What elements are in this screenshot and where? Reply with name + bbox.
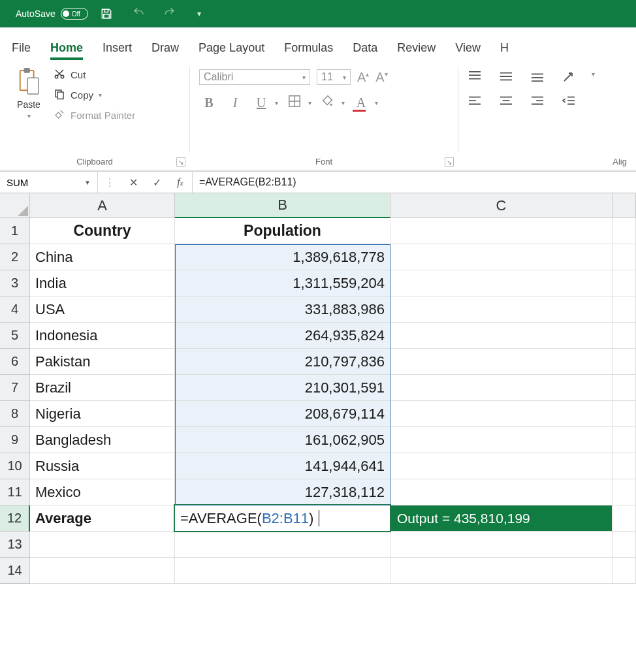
cell-a10[interactable]: Russia bbox=[30, 453, 175, 479]
cell-b7[interactable]: 210,301,591 bbox=[175, 375, 390, 401]
row-header[interactable]: 4 bbox=[0, 296, 30, 323]
fill-color-icon[interactable] bbox=[318, 94, 338, 112]
cell-c7[interactable] bbox=[390, 375, 612, 401]
cell-c8[interactable] bbox=[390, 401, 612, 427]
dialog-launcher-icon[interactable]: ↘ bbox=[445, 157, 454, 167]
row-header[interactable]: 12 bbox=[0, 505, 30, 532]
select-all-corner[interactable] bbox=[0, 193, 30, 218]
italic-button[interactable]: I bbox=[225, 95, 245, 110]
fx-icon[interactable]: fx bbox=[168, 176, 192, 188]
cell-b2[interactable]: 1,389,618,778 bbox=[175, 244, 390, 270]
cell-d9[interactable] bbox=[612, 427, 636, 453]
chevron-down-icon[interactable]: ▾ bbox=[375, 99, 378, 106]
cell-a8[interactable]: Nigeria bbox=[30, 401, 175, 427]
font-color-icon[interactable]: A bbox=[351, 95, 371, 110]
column-header-b[interactable]: B bbox=[175, 193, 390, 218]
align-middle-icon[interactable] bbox=[499, 71, 513, 84]
cell-d4[interactable] bbox=[612, 296, 636, 323]
row-header[interactable]: 14 bbox=[0, 558, 30, 584]
cell-a5[interactable]: Indonesia bbox=[30, 323, 175, 349]
cell-a13[interactable] bbox=[30, 532, 175, 558]
cell-b6[interactable]: 210,797,836 bbox=[175, 349, 390, 375]
chevron-down-icon[interactable]: ▾ bbox=[592, 71, 595, 84]
align-bottom-icon[interactable] bbox=[530, 71, 545, 84]
cell-a11[interactable]: Mexico bbox=[30, 479, 175, 505]
column-header-a[interactable]: A bbox=[30, 193, 175, 218]
dialog-launcher-icon[interactable]: ↘ bbox=[176, 157, 185, 167]
cell-a2[interactable]: China bbox=[30, 244, 175, 270]
redo-icon[interactable] bbox=[160, 6, 178, 22]
row-header[interactable]: 8 bbox=[0, 401, 30, 427]
cell-d1[interactable] bbox=[612, 218, 636, 244]
row-header[interactable]: 11 bbox=[0, 479, 30, 505]
cell-c14[interactable] bbox=[390, 558, 612, 584]
save-icon[interactable] bbox=[100, 7, 118, 20]
cell-a6[interactable]: Pakistan bbox=[30, 349, 175, 375]
chevron-down-icon[interactable]: ▾ bbox=[27, 112, 31, 120]
cell-a14[interactable] bbox=[30, 558, 175, 584]
font-size-combo[interactable]: 11 ▾ bbox=[317, 69, 351, 85]
cell-d11[interactable] bbox=[612, 479, 636, 505]
cell-c3[interactable] bbox=[390, 270, 612, 296]
tab-home[interactable]: Home bbox=[50, 41, 83, 60]
qat-customize-icon[interactable]: ▾ bbox=[190, 9, 208, 18]
cell-d14[interactable] bbox=[612, 558, 636, 584]
tab-draw[interactable]: Draw bbox=[151, 41, 179, 60]
tab-review[interactable]: Review bbox=[397, 41, 436, 60]
cell-a12[interactable]: Average bbox=[30, 505, 175, 532]
tab-help[interactable]: H bbox=[500, 41, 509, 60]
toggle-switch-icon[interactable]: Off bbox=[61, 8, 88, 20]
cell-c2[interactable] bbox=[390, 244, 612, 270]
cell-a9[interactable]: Bangladesh bbox=[30, 427, 175, 453]
align-left-icon[interactable] bbox=[468, 95, 482, 107]
row-header[interactable]: 3 bbox=[0, 270, 30, 296]
cell-c12[interactable]: Output = 435,810,199 bbox=[390, 505, 612, 532]
cell-c6[interactable] bbox=[390, 349, 612, 375]
row-header[interactable]: 1 bbox=[0, 218, 30, 244]
row-header[interactable]: 13 bbox=[0, 532, 30, 558]
cell-b14[interactable] bbox=[175, 558, 390, 584]
cell-c1[interactable] bbox=[390, 218, 612, 244]
cell-c9[interactable] bbox=[390, 427, 612, 453]
cell-d2[interactable] bbox=[612, 244, 636, 270]
cell-d10[interactable] bbox=[612, 453, 636, 479]
column-header-c[interactable]: C bbox=[390, 193, 612, 218]
increase-font-icon[interactable]: A▴ bbox=[357, 70, 369, 85]
autosave-toggle[interactable]: AutoSave Off bbox=[16, 8, 88, 20]
cut-button[interactable]: Cut bbox=[54, 68, 135, 82]
cell-b3[interactable]: 1,311,559,204 bbox=[175, 270, 390, 296]
borders-icon[interactable] bbox=[285, 94, 304, 112]
spreadsheet-grid[interactable]: A B C 1 Country Population 2 China 1,389… bbox=[0, 193, 636, 584]
row-header[interactable]: 7 bbox=[0, 375, 30, 401]
cell-b13[interactable] bbox=[175, 532, 390, 558]
align-center-icon[interactable] bbox=[499, 95, 513, 107]
paste-button[interactable]: Paste ▾ bbox=[9, 67, 48, 120]
tab-file[interactable]: File bbox=[12, 41, 31, 60]
bold-button[interactable]: B bbox=[199, 95, 219, 110]
chevron-down-icon[interactable]: ▾ bbox=[342, 99, 345, 106]
cell-d5[interactable] bbox=[612, 323, 636, 349]
cell-d13[interactable] bbox=[612, 532, 636, 558]
cell-b5[interactable]: 264,935,824 bbox=[175, 323, 390, 349]
orientation-icon[interactable] bbox=[562, 71, 577, 84]
cell-c5[interactable] bbox=[390, 323, 612, 349]
cell-c11[interactable] bbox=[390, 479, 612, 505]
cell-d8[interactable] bbox=[612, 401, 636, 427]
chevron-down-icon[interactable]: ▾ bbox=[308, 99, 311, 106]
cell-a1[interactable]: Country bbox=[30, 218, 175, 244]
undo-icon[interactable] bbox=[130, 6, 148, 22]
format-painter-button[interactable]: Format Painter bbox=[54, 108, 135, 122]
enter-icon[interactable]: ✓ bbox=[145, 176, 168, 189]
cell-a4[interactable]: USA bbox=[30, 296, 175, 323]
cell-a7[interactable]: Brazil bbox=[30, 375, 175, 401]
cell-b9[interactable]: 161,062,905 bbox=[175, 427, 390, 453]
name-box[interactable]: SUM ▼ bbox=[0, 172, 98, 193]
cell-b8[interactable]: 208,679,114 bbox=[175, 401, 390, 427]
row-header[interactable]: 9 bbox=[0, 427, 30, 453]
cell-b11[interactable]: 127,318,112 bbox=[175, 479, 390, 505]
row-header[interactable]: 2 bbox=[0, 244, 30, 270]
cell-c4[interactable] bbox=[390, 296, 612, 323]
cancel-icon[interactable]: ✕ bbox=[121, 176, 145, 189]
cell-d12[interactable] bbox=[612, 505, 636, 532]
chevron-down-icon[interactable]: ▾ bbox=[275, 99, 278, 106]
